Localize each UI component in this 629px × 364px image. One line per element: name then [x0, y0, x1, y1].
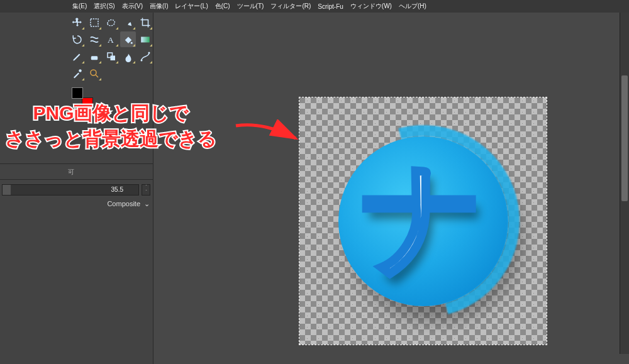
menu-image[interactable]: 画像(I): [150, 2, 168, 11]
toolbox: A: [0, 13, 153, 81]
tool-color-picker[interactable]: [69, 65, 85, 81]
canvas-area: ナ: [153, 13, 629, 364]
size-slider[interactable]: 35.5: [2, 184, 139, 196]
mode-label: Composite: [107, 200, 140, 207]
menu-view[interactable]: 表示(V): [122, 2, 143, 11]
tool-warp[interactable]: [86, 31, 102, 47]
menubar: 集(E) 選択(S) 表示(V) 画像(I) レイヤー(L) 色(C) ツール(…: [0, 0, 629, 13]
svg-point-2: [130, 41, 132, 43]
svg-point-8: [148, 52, 150, 53]
tool-gradient[interactable]: [137, 31, 153, 47]
tool-bucket-fill[interactable]: [120, 31, 136, 47]
svg-text:A: A: [108, 35, 114, 45]
svg-rect-4: [91, 56, 97, 60]
logo-circle: ナ: [338, 136, 508, 306]
tool-free-select[interactable]: [103, 14, 119, 30]
panel-separator-2: [0, 179, 153, 180]
logo-glyph: ナ: [362, 137, 484, 298]
tool-rotate[interactable]: [69, 31, 85, 47]
svg-point-10: [91, 70, 96, 75]
tool-crop[interactable]: [137, 14, 153, 30]
tool-clone[interactable]: [103, 48, 119, 64]
mode-row[interactable]: Composite ⌄: [2, 200, 150, 207]
panel-separator: [0, 163, 153, 164]
tool-pencil[interactable]: [69, 48, 85, 64]
spin-down-icon[interactable]: ˅: [142, 190, 150, 195]
tool-zoom[interactable]: [86, 65, 102, 81]
scrollbar-thumb[interactable]: [621, 75, 628, 201]
svg-rect-3: [141, 36, 150, 42]
left-panel: A 可 35.5 ˄ ˅ Composite ⌄: [0, 13, 153, 364]
tool-text[interactable]: A: [103, 31, 119, 47]
menu-help[interactable]: ヘルプ(H): [399, 2, 426, 11]
spin-up-icon[interactable]: ˄: [142, 185, 150, 190]
tool-rect-select[interactable]: [86, 14, 102, 30]
image-canvas[interactable]: ナ: [299, 97, 547, 345]
tool-fuzzy-select[interactable]: [120, 14, 136, 30]
bg-color-swatch[interactable]: [82, 97, 93, 109]
svg-point-7: [140, 59, 142, 61]
menu-select[interactable]: 選択(S): [94, 2, 114, 11]
panel-small-label: 可: [68, 168, 74, 177]
svg-rect-0: [91, 19, 98, 26]
tool-path[interactable]: [137, 48, 153, 64]
menu-scriptfu[interactable]: Script-Fu: [318, 3, 343, 10]
chevron-down-icon: ⌄: [143, 200, 150, 207]
tool-move[interactable]: [69, 14, 85, 30]
size-spinner[interactable]: ˄ ˅: [142, 184, 150, 196]
menu-filter[interactable]: フィルター(R): [270, 2, 311, 11]
fg-color-swatch[interactable]: [72, 87, 83, 99]
size-row: 35.5 ˄ ˅: [2, 184, 150, 196]
tool-smudge[interactable]: [120, 48, 136, 64]
menu-color[interactable]: 色(C): [215, 2, 230, 11]
menu-layer[interactable]: レイヤー(L): [175, 2, 208, 11]
menu-tools[interactable]: ツール(T): [237, 2, 264, 11]
size-value: 35.5: [111, 186, 123, 193]
svg-rect-6: [110, 55, 115, 60]
menu-window[interactable]: ウィンドウ(W): [350, 2, 392, 11]
svg-point-9: [79, 69, 82, 72]
color-swatches[interactable]: [72, 87, 93, 109]
tool-eraser[interactable]: [86, 48, 102, 64]
vertical-scrollbar[interactable]: [620, 13, 629, 354]
menu-edit[interactable]: 集(E): [72, 2, 87, 11]
